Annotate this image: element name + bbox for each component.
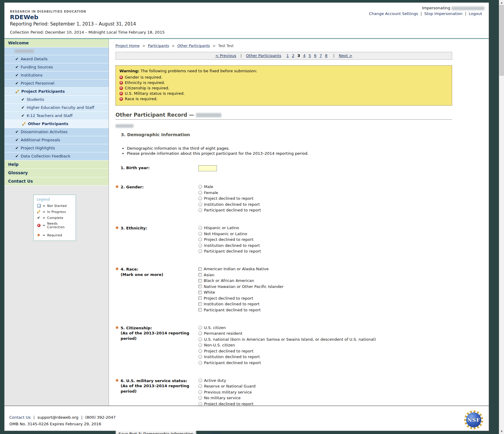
sidebar-item[interactable]: Project Personnel bbox=[4, 79, 109, 88]
cancel-link[interactable]: Cancel bbox=[208, 432, 221, 434]
military-option[interactable]: Active duty bbox=[198, 378, 261, 383]
page-number-link[interactable]: 1 bbox=[286, 53, 289, 58]
race-option[interactable]: American Indian or Alaska Native bbox=[198, 267, 284, 271]
footer-contact-link[interactable]: Contact Us bbox=[9, 415, 31, 420]
radio-button[interactable] bbox=[198, 232, 202, 236]
gender-option[interactable]: Participant declined to report bbox=[198, 208, 261, 212]
citizenship-option[interactable]: Participant declined to report bbox=[198, 361, 376, 365]
radio-button[interactable] bbox=[198, 238, 202, 241]
sidebar-item[interactable]: Award Details bbox=[4, 55, 109, 63]
sidebar-item[interactable]: Additional Proposals bbox=[4, 136, 109, 144]
scroll-up-icon[interactable]: ▲ bbox=[499, 0, 504, 5]
ethnicity-option[interactable]: Participant declined to report bbox=[198, 249, 261, 253]
race-option[interactable]: Native Hawaiian or Other Pacific Islande… bbox=[198, 284, 284, 289]
radio-button[interactable] bbox=[198, 361, 202, 365]
scrollbar[interactable]: ▲ ▼ bbox=[499, 0, 504, 434]
page-number-link[interactable]: 2 bbox=[292, 53, 294, 58]
breadcrumb-link[interactable]: Project Home bbox=[116, 44, 140, 48]
radio-button[interactable] bbox=[198, 343, 202, 347]
race-option[interactable]: Black or African American bbox=[198, 278, 284, 283]
page-number-link[interactable]: 6 bbox=[314, 53, 316, 58]
radio-button[interactable] bbox=[198, 249, 202, 253]
radio-button[interactable] bbox=[198, 331, 202, 335]
breadcrumb-link[interactable]: Participants bbox=[148, 44, 169, 48]
citizenship-option[interactable]: Non-U.S. citizen bbox=[198, 343, 376, 347]
next-link[interactable]: Next > bbox=[339, 53, 352, 58]
radio-button[interactable] bbox=[198, 202, 202, 206]
radio-button[interactable] bbox=[198, 402, 202, 406]
previous-link[interactable]: < Previous bbox=[215, 53, 236, 58]
checkbox[interactable] bbox=[198, 302, 202, 306]
checkbox[interactable] bbox=[198, 291, 202, 294]
race-option[interactable]: Institution declined to report bbox=[198, 302, 284, 306]
account-link[interactable]: Logout bbox=[469, 11, 482, 16]
checkbox[interactable] bbox=[198, 267, 202, 271]
scrollbar-thumb[interactable] bbox=[500, 5, 504, 76]
radio-button[interactable] bbox=[198, 226, 202, 230]
race-option[interactable]: Participant declined to report bbox=[198, 308, 284, 312]
ethnicity-option[interactable]: Institution declined to report bbox=[198, 243, 261, 248]
military-option[interactable]: Reserve or National Guard bbox=[198, 384, 261, 388]
citizenship-option[interactable]: Institution declined to report bbox=[198, 355, 376, 359]
breadcrumb-link[interactable]: Other Participants bbox=[177, 44, 210, 48]
sidebar-item[interactable]: Dissemination Activities bbox=[4, 128, 109, 136]
citizenship-option[interactable]: Permanent resident bbox=[198, 331, 376, 336]
radio-button[interactable] bbox=[198, 337, 202, 341]
gender-option[interactable]: Male bbox=[198, 184, 261, 189]
radio-button[interactable] bbox=[198, 390, 202, 394]
sidebar-item[interactable]: Funding Sources bbox=[4, 63, 109, 71]
citizenship-option[interactable]: U.S. national (born in American Samoa or… bbox=[198, 337, 376, 342]
military-option[interactable]: No military service bbox=[198, 396, 261, 400]
page-number-link[interactable]: 4 bbox=[303, 53, 305, 58]
radio-button[interactable] bbox=[198, 379, 202, 382]
page-number-link[interactable]: 8 bbox=[325, 53, 327, 58]
sidebar-item[interactable]: Project Highlights bbox=[4, 144, 109, 152]
ethnicity-option[interactable]: Project declined to report bbox=[198, 237, 261, 242]
radio-button[interactable] bbox=[198, 244, 202, 247]
checkbox[interactable] bbox=[198, 285, 202, 288]
race-option[interactable]: Project declined to report bbox=[198, 296, 284, 301]
sidebar-item[interactable]: Glossary bbox=[4, 169, 109, 177]
sidebar-item[interactable]: Help bbox=[4, 160, 109, 169]
sidebar-item[interactable]: Contact Us bbox=[4, 177, 109, 186]
sidebar-item[interactable]: Project Participants bbox=[4, 88, 109, 96]
radio-button[interactable] bbox=[198, 396, 202, 400]
other-participants-link[interactable]: Other Participants bbox=[246, 53, 281, 58]
radio-button[interactable] bbox=[198, 208, 202, 212]
race-option[interactable]: White bbox=[198, 290, 284, 295]
sidebar-item[interactable]: Data Collection Feedback bbox=[4, 152, 109, 160]
radio-button[interactable] bbox=[198, 384, 202, 388]
ethnicity-option[interactable]: Not Hispanic or Latino bbox=[198, 232, 261, 236]
radio-button[interactable] bbox=[198, 326, 202, 330]
sidebar-item[interactable]: Welcome bbox=[4, 39, 109, 47]
scroll-down-icon[interactable]: ▼ bbox=[499, 429, 504, 434]
birth-year-input[interactable] bbox=[198, 165, 217, 171]
sidebar-item[interactable]: K-12 Teachers and Staff bbox=[4, 112, 109, 120]
citizenship-option[interactable]: Project declined to report bbox=[198, 349, 376, 353]
radio-button[interactable] bbox=[198, 185, 202, 189]
radio-button[interactable] bbox=[198, 355, 202, 359]
checkbox[interactable] bbox=[198, 308, 202, 312]
gender-option[interactable]: Female bbox=[198, 190, 261, 195]
page-number-link[interactable]: 5 bbox=[308, 53, 311, 58]
checkbox[interactable] bbox=[198, 296, 202, 300]
page-number-link[interactable]: 3 bbox=[297, 53, 300, 58]
sidebar-item[interactable]: Institutions bbox=[4, 71, 109, 79]
sidebar-item[interactable] bbox=[4, 47, 109, 55]
sidebar-item[interactable]: Students bbox=[4, 96, 109, 104]
ethnicity-option[interactable]: Hispanic or Latino bbox=[198, 226, 261, 230]
gender-option[interactable]: Project declined to report bbox=[198, 196, 261, 201]
gender-option[interactable]: Institution declined to report bbox=[198, 202, 261, 207]
sidebar-item[interactable]: Higher Education Faculty and Staff bbox=[4, 104, 109, 112]
account-link[interactable]: Stop Impersonation bbox=[424, 11, 463, 16]
page-number-link[interactable]: 7 bbox=[320, 53, 322, 58]
military-option[interactable]: Previous military service bbox=[198, 390, 261, 394]
sidebar-item[interactable]: Other Participants bbox=[4, 120, 109, 128]
radio-button[interactable] bbox=[198, 191, 202, 195]
radio-button[interactable] bbox=[198, 196, 202, 200]
account-link[interactable]: Change Account Settings bbox=[369, 11, 418, 16]
citizenship-option[interactable]: U.S. citizen bbox=[198, 325, 376, 330]
race-option[interactable]: Asian bbox=[198, 273, 284, 277]
checkbox[interactable] bbox=[198, 273, 202, 277]
checkbox[interactable] bbox=[198, 279, 202, 283]
